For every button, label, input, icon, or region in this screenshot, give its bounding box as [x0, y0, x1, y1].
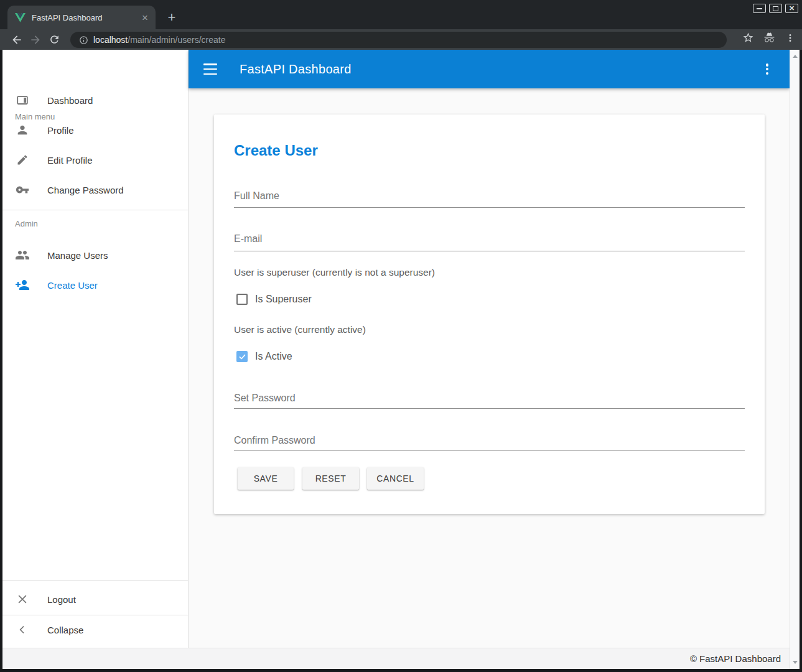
- url-host: localhost: [93, 35, 128, 45]
- window-controls: ✕: [753, 4, 798, 13]
- save-button[interactable]: SAVE: [238, 467, 294, 490]
- page-content: Main menu Dashboard Profile Edit Profile: [2, 50, 800, 669]
- sidebar-item-create-user[interactable]: Create User: [2, 270, 188, 300]
- app-footer: © FastAPI Dashboard: [2, 648, 800, 669]
- forward-icon[interactable]: [26, 32, 45, 48]
- people-icon: [15, 248, 30, 263]
- sidebar-divider: [2, 210, 188, 210]
- window-maximize-button[interactable]: [769, 4, 782, 13]
- browser-menu-icon[interactable]: [785, 32, 796, 44]
- is-active-checkbox[interactable]: Is Active: [236, 351, 292, 362]
- sidebar-item-manage-users[interactable]: Manage Users: [2, 240, 188, 270]
- sidebar-section-admin: Admin: [15, 219, 38, 228]
- person-icon: [15, 123, 30, 138]
- url-path: /main/admin/users/create: [128, 35, 225, 45]
- browser-window: FastAPI Dashboard × + ✕ localhost/main/a…: [0, 0, 802, 672]
- chevron-left-icon: [15, 622, 30, 637]
- is-superuser-checkbox[interactable]: Is Superuser: [236, 294, 312, 305]
- window-close-button[interactable]: ✕: [785, 4, 798, 13]
- tab-title: FastAPI Dashboard: [32, 13, 141, 22]
- copyright-text: © FastAPI Dashboard: [690, 653, 781, 664]
- scrollbar-up-arrow-icon[interactable]: [793, 55, 798, 58]
- address-bar[interactable]: localhost/main/admin/users/create: [70, 32, 727, 48]
- vue-logo-icon: [15, 12, 26, 22]
- page-title: Create User: [234, 142, 318, 159]
- sidebar-item-edit-profile[interactable]: Edit Profile: [2, 145, 188, 175]
- sidebar-item-collapse[interactable]: Collapse: [2, 615, 188, 645]
- tab-close-icon[interactable]: ×: [141, 12, 149, 23]
- confirm-password-field[interactable]: [234, 435, 745, 451]
- bookmark-star-icon[interactable]: [742, 32, 754, 44]
- set-password-field[interactable]: [234, 393, 745, 409]
- person-add-icon: [15, 278, 30, 292]
- close-icon: [15, 592, 30, 607]
- hamburger-menu-icon[interactable]: [203, 63, 218, 75]
- sidebar-item-dashboard[interactable]: Dashboard: [2, 85, 188, 115]
- toolbar-right: [742, 32, 796, 44]
- window-minimize-button[interactable]: [753, 4, 766, 13]
- full-name-field[interactable]: [234, 190, 745, 208]
- reset-button[interactable]: RESET: [302, 467, 359, 490]
- email-field[interactable]: [234, 233, 745, 251]
- new-tab-button[interactable]: +: [163, 9, 180, 26]
- vertical-scrollbar[interactable]: [790, 50, 800, 669]
- active-hint: User is active (currently active): [234, 324, 366, 335]
- browser-titlebar: FastAPI Dashboard × + ✕: [0, 0, 802, 29]
- app-bar: FastAPI Dashboard: [189, 50, 790, 88]
- checkbox-unchecked-icon: [236, 294, 248, 305]
- sidebar-item-change-password[interactable]: Change Password: [2, 175, 188, 205]
- pencil-icon: [15, 152, 30, 167]
- browser-toolbar: localhost/main/admin/users/create: [0, 29, 802, 50]
- create-user-card: Create User User is superuser (currently…: [214, 114, 765, 514]
- scrollbar-down-arrow-icon[interactable]: [793, 661, 798, 664]
- app-title: FastAPI Dashboard: [240, 62, 352, 77]
- sidebar: Main menu Dashboard Profile Edit Profile: [2, 50, 189, 648]
- cancel-button[interactable]: CANCEL: [367, 467, 424, 490]
- browser-tab[interactable]: FastAPI Dashboard ×: [7, 6, 156, 29]
- reload-icon[interactable]: [45, 32, 63, 48]
- dashboard-icon: [15, 93, 30, 108]
- is-superuser-label: Is Superuser: [255, 294, 312, 305]
- incognito-icon: [763, 32, 776, 44]
- app-menu-icon[interactable]: [761, 62, 773, 76]
- is-active-label: Is Active: [255, 351, 292, 362]
- back-icon[interactable]: [7, 32, 26, 48]
- superuser-hint: User is superuser (currently is not a su…: [234, 267, 435, 278]
- sidebar-divider: [2, 580, 188, 581]
- sidebar-item-profile[interactable]: Profile: [2, 115, 188, 145]
- key-icon: [15, 182, 30, 197]
- site-info-icon[interactable]: [79, 35, 88, 45]
- sidebar-item-logout[interactable]: Logout: [2, 584, 188, 614]
- checkbox-checked-icon: [236, 351, 248, 362]
